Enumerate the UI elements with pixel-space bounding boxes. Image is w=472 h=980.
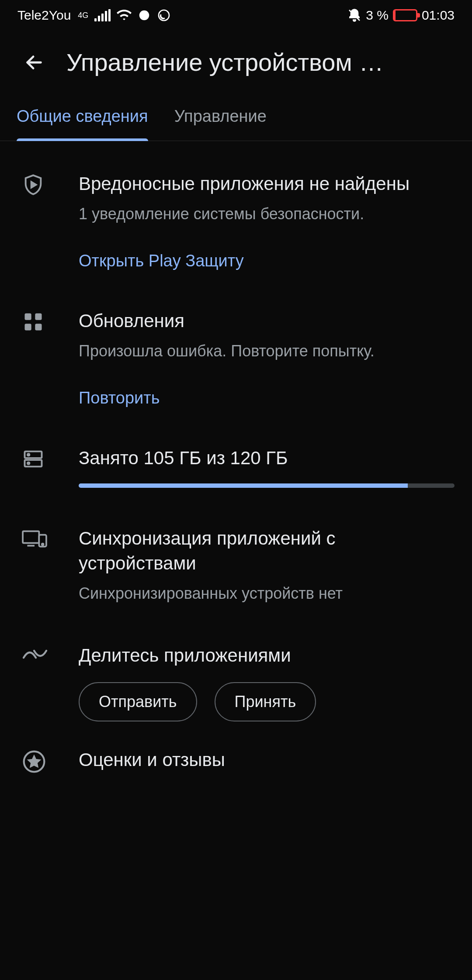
apps-grid-icon <box>22 311 45 333</box>
star-circle-icon <box>22 749 46 774</box>
section-updates[interactable]: Обновления Произошла ошибка. Повторите п… <box>0 309 472 407</box>
section-ratings[interactable]: Оценки и отзывы <box>0 748 472 779</box>
svg-rect-4 <box>35 313 42 320</box>
section-storage[interactable]: Занято 105 ГБ из 120 ГБ <box>0 446 472 488</box>
carrier-label: Tele2You <box>17 8 71 23</box>
whatsapp-icon <box>157 8 171 22</box>
network-type: 4G <box>78 11 88 19</box>
protect-action-link[interactable]: Открыть Play Защиту <box>79 252 244 270</box>
storage-progress <box>79 483 455 488</box>
battery-percent: 3 % <box>366 8 389 23</box>
signal-icon <box>94 9 111 21</box>
send-button[interactable]: Отправить <box>79 682 197 721</box>
page-title: Управление устройством … <box>66 48 455 76</box>
arrow-left-icon <box>24 52 44 72</box>
tab-overview[interactable]: Общие сведения <box>17 94 148 141</box>
status-bar: Tele2You 4G 3 % 01:03 <box>0 0 472 31</box>
share-title: Делитесь приложениями <box>79 643 455 668</box>
section-share: Делитесь приложениями Отправить Принять <box>0 643 472 721</box>
receive-button[interactable]: Принять <box>215 682 316 721</box>
protect-subtitle: 1 уведомление системы безопасности. <box>79 203 455 225</box>
updates-subtitle: Произошла ошибка. Повторите попытку. <box>79 340 455 362</box>
tabs: Общие сведения Управление <box>0 94 472 141</box>
nearby-share-icon <box>22 645 48 663</box>
back-button[interactable] <box>22 50 46 75</box>
tab-manage[interactable]: Управление <box>174 94 267 141</box>
protect-title: Вредоносные приложения не найдены <box>79 172 455 197</box>
svg-point-10 <box>28 462 29 464</box>
section-play-protect[interactable]: Вредоносные приложения не найдены 1 увед… <box>0 172 472 270</box>
app-header: Управление устройством … <box>0 31 472 94</box>
svg-rect-5 <box>25 324 31 330</box>
updates-title: Обновления <box>79 309 455 334</box>
svg-rect-6 <box>35 324 42 330</box>
storage-icon <box>22 448 45 470</box>
battery-icon <box>393 9 417 21</box>
svg-point-14 <box>42 544 44 545</box>
devices-icon <box>22 528 47 549</box>
svg-point-0 <box>139 10 149 21</box>
svg-rect-11 <box>23 531 39 543</box>
ratings-title: Оценки и отзывы <box>79 748 455 773</box>
wifi-icon <box>117 8 132 23</box>
storage-title: Занято 105 ГБ из 120 ГБ <box>79 446 455 471</box>
notification-dot-icon <box>138 9 151 22</box>
storage-progress-fill <box>79 483 408 488</box>
clock: 01:03 <box>422 8 455 23</box>
updates-retry-link[interactable]: Повторить <box>79 389 160 407</box>
bell-mute-icon <box>347 8 361 22</box>
section-sync[interactable]: Синхронизация приложений с устройствами … <box>0 526 472 605</box>
svg-rect-3 <box>25 313 31 320</box>
sync-subtitle: Синхронизированных устройств нет <box>79 582 455 605</box>
sync-title: Синхронизация приложений с устройствами <box>79 526 455 576</box>
svg-point-9 <box>28 454 29 455</box>
shield-play-icon <box>22 173 45 196</box>
